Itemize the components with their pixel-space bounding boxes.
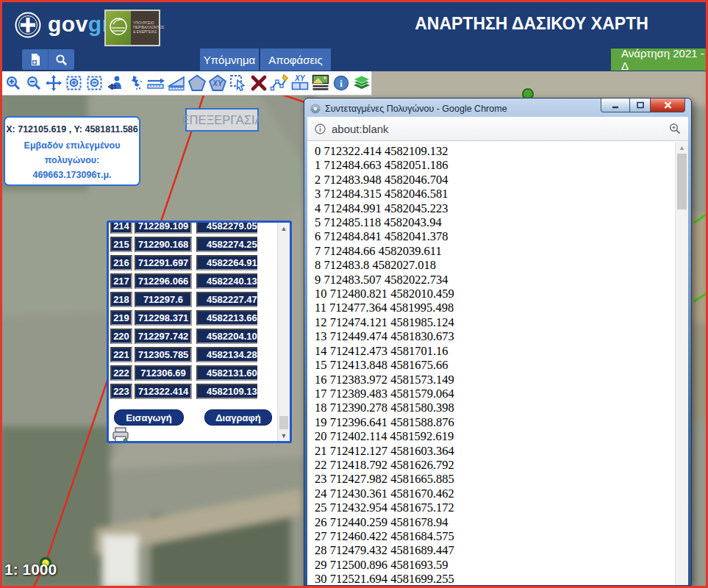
- scroll-down-arrow[interactable]: ▼: [278, 430, 290, 441]
- scroll-thumb[interactable]: [677, 154, 687, 209]
- measure-area-icon[interactable]: [167, 73, 186, 93]
- vertex-i-cell[interactable]: 223: [110, 384, 132, 399]
- zoom-out-icon[interactable]: [24, 73, 43, 93]
- chrome-body: about:blank 0 712322.414 4582109.132 1 7…: [307, 117, 688, 585]
- vertex-x-cell[interactable]: 712298.371: [135, 310, 192, 326]
- selected-polygon-area: Εμβαδόν επιλεγμένου πολυγώνου: 469663.17…: [5, 138, 139, 182]
- printer-icon: [112, 427, 131, 443]
- vertex-x-cell[interactable]: 712296.066: [135, 273, 192, 289]
- delete-icon[interactable]: [249, 73, 268, 93]
- page-title: ΑΝΑΡΤΗΣΗ ΔΑΣΙΚΟΥ ΧΑΡΤΗ: [385, 14, 679, 34]
- greece-overview-icon[interactable]: [126, 73, 146, 93]
- vertex-x-cell[interactable]: 712297.6: [135, 292, 192, 307]
- govgr-logo: govgr: [48, 12, 111, 37]
- new-document-button[interactable]: [22, 49, 49, 70]
- vertex-row: 219712298.3714582213.669: [110, 310, 257, 326]
- vertex-rows: 214712289.1094582279.058215712290.168458…: [110, 223, 257, 408]
- polygon-coordinates-list: 0 712322.414 4582109.132 1 712484.663 45…: [307, 142, 676, 585]
- draw-polygon-icon[interactable]: [187, 73, 207, 93]
- chrome-favicon: [310, 104, 321, 114]
- vertex-i-cell[interactable]: 219: [110, 310, 132, 326]
- chrome-address-bar: about:blank: [307, 117, 688, 141]
- insert-vertex-button[interactable]: Εισαγωγή: [114, 409, 184, 426]
- coordinates-info-box: X: 712105.619 , Y: 4581811.586 Εμβαδόν ε…: [4, 116, 140, 186]
- measure-distance-icon[interactable]: [146, 73, 165, 93]
- previous-extent-icon[interactable]: [106, 73, 125, 93]
- vertex-i-cell[interactable]: 216: [110, 255, 132, 270]
- vertex-row: 220712297.7424582204.109: [110, 329, 257, 344]
- decisions-button[interactable]: Αποφάσεις: [260, 49, 331, 71]
- vertex-i-cell[interactable]: 217: [110, 273, 132, 289]
- vertex-x-cell[interactable]: 712289.109: [135, 223, 192, 234]
- vertex-y-cell[interactable]: 4582279.058: [196, 223, 257, 234]
- zoom-window-out-icon[interactable]: [85, 73, 104, 93]
- vertex-row: 217712296.0664582240.136: [110, 273, 257, 289]
- layers-icon[interactable]: [352, 73, 371, 93]
- page-info-icon[interactable]: [315, 123, 326, 135]
- vertex-x-cell[interactable]: 712297.742: [135, 329, 192, 344]
- cursor-coordinates: X: 712105.619 , Y: 4581811.586: [5, 124, 139, 135]
- vertex-i-cell[interactable]: 220: [110, 329, 132, 344]
- vertex-y-cell[interactable]: 4582131.606: [196, 365, 257, 381]
- zoom-in-icon[interactable]: [4, 73, 23, 93]
- print-map-icon[interactable]: [311, 73, 330, 93]
- select-feature-icon[interactable]: [229, 73, 248, 93]
- svg-text:XY: XY: [212, 79, 224, 87]
- print-button[interactable]: [112, 427, 131, 443]
- vertex-row: 221712305.7854582134.283: [110, 347, 257, 362]
- vertex-i-cell[interactable]: 222: [110, 365, 132, 381]
- zoom-window-in-icon[interactable]: [65, 73, 84, 93]
- ministry-logo-art: [106, 11, 131, 45]
- vertex-row: 218712297.64582227.477: [110, 292, 257, 307]
- edit-vertices-icon[interactable]: [270, 73, 289, 93]
- vertex-table-scrollbar[interactable]: ▲ ▼: [277, 223, 290, 441]
- xy-table-icon[interactable]: XY: [290, 73, 310, 93]
- pan-icon[interactable]: [45, 73, 64, 93]
- delete-vertex-button[interactable]: Διαγραφή: [204, 409, 272, 426]
- vertex-y-cell[interactable]: 4582204.109: [196, 329, 257, 344]
- vertex-i-cell[interactable]: 218: [110, 292, 132, 307]
- scroll-up-arrow[interactable]: ▲: [676, 143, 688, 153]
- vertex-y-cell[interactable]: 4582109.132: [196, 384, 257, 399]
- scroll-thumb[interactable]: [279, 416, 288, 429]
- map-scale-label: 1: 1000: [4, 561, 57, 578]
- minimize-button[interactable]: [601, 98, 630, 112]
- vertex-i-cell[interactable]: 214: [110, 223, 132, 234]
- anartisi-2021-button[interactable]: Ανάρτηση 2021 - Δ: [611, 49, 706, 71]
- greek-emblem-logo: [14, 11, 42, 39]
- vertex-x-cell[interactable]: 712305.785: [135, 347, 192, 362]
- vertex-row: 222712306.694582131.606: [110, 365, 257, 381]
- search-icon: [55, 54, 68, 66]
- chrome-title-bar[interactable]: Συντεταγμένες Πολυγώνου - Google Chrome: [310, 101, 588, 116]
- vertex-row: 223712322.4144582109.132: [110, 384, 257, 399]
- vertex-y-cell[interactable]: 4582213.669: [196, 310, 257, 326]
- close-button[interactable]: [650, 98, 685, 112]
- edit-mode-label: ΕΠΕΞΕΡΓΑΣΙΑ: [185, 108, 259, 132]
- search-button[interactable]: [49, 49, 74, 70]
- vertex-x-cell[interactable]: 712306.69: [135, 365, 192, 381]
- maximize-button[interactable]: [630, 98, 650, 112]
- chrome-popup-window: Συντεταγμένες Πολυγώνου - Google Chrome …: [304, 98, 692, 586]
- vertex-row: 214712289.1094582279.058: [110, 223, 257, 234]
- info-icon[interactable]: i: [332, 73, 351, 93]
- vertex-i-cell[interactable]: 221: [110, 347, 132, 362]
- new-document-icon: [29, 53, 41, 66]
- vertex-y-cell[interactable]: 4582274.254: [196, 237, 257, 252]
- vertex-row: 215712290.1684582274.254: [110, 237, 257, 252]
- vertex-x-cell[interactable]: 712290.168: [135, 237, 192, 252]
- legend-button[interactable]: Υπόμνημα: [200, 49, 259, 71]
- polygon-coordinates-icon[interactable]: XY: [208, 73, 227, 93]
- vertex-i-cell[interactable]: 215: [110, 237, 132, 252]
- vertex-y-cell[interactable]: 4582134.283: [196, 347, 257, 362]
- vertex-y-cell[interactable]: 4582264.917: [196, 255, 257, 270]
- scroll-up-arrow[interactable]: ▲: [278, 223, 290, 234]
- page-zoom-icon[interactable]: [669, 123, 681, 135]
- svg-text:XY: XY: [295, 74, 307, 82]
- url-text[interactable]: about:blank: [332, 123, 663, 135]
- vertex-x-cell[interactable]: 712291.697: [135, 255, 192, 270]
- chrome-scrollbar[interactable]: ▲: [675, 142, 688, 585]
- vertex-x-cell[interactable]: 712322.414: [135, 384, 192, 399]
- vertex-y-cell[interactable]: 4582240.136: [196, 273, 257, 289]
- ministry-logo: ΥΠΟΥΡΓΕΙΟ ΠΕΡΙΒΑΛΛΟΝΤΟΣ & ΕΝΕΡΓΕΙΑΣ: [104, 10, 160, 46]
- vertex-y-cell[interactable]: 4582227.477: [196, 292, 257, 307]
